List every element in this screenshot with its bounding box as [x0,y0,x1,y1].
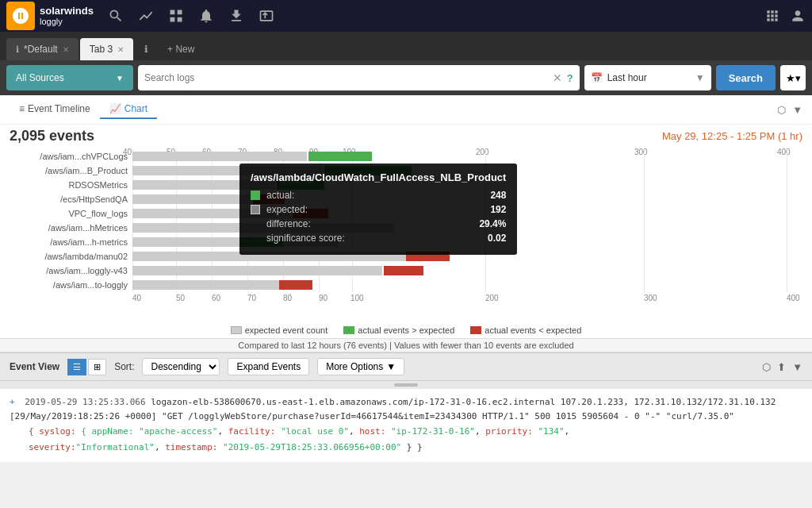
chart-tool-icon[interactable]: ⬡ [777,104,786,116]
legend-actual-under: actual events < expected [470,325,581,335]
legend-over-swatch [343,326,354,334]
row-label-6: /aws/iam...h-metrics [10,237,132,247]
row-label-8: /aws/iam...loggly-v43 [10,266,132,275]
nav-icons [108,8,758,24]
export-icon[interactable]: ⬆ [777,361,786,373]
more-options-btn[interactable]: More Options ▼ [317,358,404,375]
tooltip-actual-value: 248 [466,190,506,201]
scroll-handle[interactable] [394,383,418,387]
legend-actual-over: actual events > expected [343,325,454,335]
row-label-0: /aws/iam...chVPCLogs [10,152,132,161]
chart-row-8: /aws/iam...loggly-v43 [10,264,802,278]
tooltip-sig-swatch [251,233,260,243]
list-view-btn[interactable]: ☰ [67,359,86,375]
log-line-2: { syslog: { appName: "apache-access", fa… [10,425,802,439]
search-nav-icon[interactable] [108,8,124,24]
more-options-chevron: ▼ [386,361,396,372]
tooltip-expected-value: 192 [466,204,506,215]
grid-nav-icon[interactable] [168,8,184,24]
row-label-4: VPC_flow_logs [10,209,132,218]
event-timeline-label: Event Timeline [28,103,90,114]
time-range-chevron: ▼ [695,72,705,83]
tab-info-symbol: ℹ [144,44,148,55]
tooltip-actual-row: actual: 248 [251,190,506,201]
tooltip-sig-row: significance score: 0.02 [251,233,506,244]
search-input[interactable] [144,72,548,83]
log-area: + 2019-05-29 13:25:33.066 logazon-elb-53… [0,389,812,462]
chart-header: 2,095 events May 29, 12:25 - 1:25 PM (1 … [0,125,812,148]
tab-3-label: Tab 3 [90,44,113,55]
legend-expected-swatch [231,326,242,334]
tooltip-actual-label: actual: [266,190,460,201]
user-icon[interactable] [790,8,806,24]
product-name: loggly [40,17,94,27]
search-clear-icon[interactable]: ✕ [553,71,562,84]
event-view-label: Event View [10,361,59,372]
tab-3[interactable]: Tab 3 ✕ [80,38,133,60]
legend-expected: expected event count [231,325,328,335]
bell-nav-icon[interactable] [198,8,214,24]
row-label-9: /aws/iam...to-loggly [10,280,132,290]
chart-toolbar: ≡ Event Timeline 📈 Chart ⬡ ▼ [0,95,812,125]
main-content: ≡ Event Timeline 📈 Chart ⬡ ▼ 2,095 event… [0,95,812,462]
sources-chevron-icon: ▼ [116,74,124,83]
tooltip-sig-value: 0.02 [466,233,506,244]
tab-event-timeline[interactable]: ≡ Event Timeline [10,100,100,119]
tab-info-icon: ℹ [16,44,19,55]
tab-chart[interactable]: 📈 Chart [100,100,157,119]
calendar-icon: 📅 [591,72,603,83]
search-help-icon[interactable]: ? [567,72,573,84]
tooltip-actual-swatch [251,190,260,200]
tooltip-diff-value: 29.4% [466,218,506,229]
top-nav: solarwinds loggly [0,0,812,32]
sort-select[interactable]: Descending Ascending [142,358,220,375]
chart-expand-icon[interactable]: ▼ [792,104,802,116]
tab-default[interactable]: ℹ *Default ✕ [6,38,79,60]
new-tab-button[interactable]: + New [159,38,202,60]
upload-nav-icon[interactable] [228,8,244,24]
brand-name: solarwinds [40,5,94,17]
event-view-header: Event View ☰ ⊞ Sort: Descending Ascendin… [0,352,812,381]
tooltip-diff-label: difference: [266,218,460,229]
events-count: 2,095 events [10,128,94,144]
x-axis-bottom: 40 50 60 70 80 90 100 200 300 400 [10,294,802,305]
log-toggle[interactable]: + [10,397,15,407]
row-bars-8 [132,265,802,276]
footer-note-text: Compared to last 12 hours (76 events) | … [238,341,573,350]
share-icon[interactable]: ⬡ [762,361,771,373]
time-range-label: Last hour [607,72,647,83]
terminal-nav-icon[interactable] [259,8,274,24]
tab-3-close[interactable]: ✕ [117,45,124,54]
chart-tabs: ≡ Event Timeline 📈 Chart [10,100,157,119]
row-label-5: /aws/iam...hMetrices [10,223,132,233]
search-button[interactable]: Search [716,65,776,90]
chart-area: ≡ Event Timeline 📈 Chart ⬡ ▼ 2,095 event… [0,95,812,352]
row-label-3: /ecs/HttpSendQA [10,194,132,204]
logo-text: solarwinds loggly [40,5,94,28]
row-label-1: /aws/iam...B_Product [10,166,132,175]
chart-rows-container: /aws/iam...chVPCLogs /aws/iam...B_Produc… [10,149,802,292]
expand-events-btn[interactable]: Expand Events [228,358,309,375]
tabs-bar: ℹ *Default ✕ Tab 3 ✕ ℹ + New [0,32,812,60]
search-input-wrap: ✕ ? [138,65,580,90]
tooltip-expected-label: expected: [266,204,460,215]
legend-actual-over-label: actual events > expected [358,325,454,335]
apps-icon[interactable] [764,8,780,24]
chart-nav-icon[interactable] [138,8,154,24]
log-line-3: severity:"Informational", timestamp: "20… [10,441,802,455]
time-range-picker[interactable]: 📅 Last hour ▼ [584,65,711,90]
sources-button[interactable]: All Sources ▼ [6,65,133,90]
legend-actual-under-label: actual events < expected [485,325,581,335]
legend-expected-label: expected event count [245,325,328,335]
log-timestamp: 2019-05-29 13:25:33.066 [25,397,145,407]
favorites-button[interactable]: ★▾ [780,65,806,90]
more-options-label: More Options [326,361,383,372]
tab-info-btn[interactable]: ℹ [135,38,158,60]
tooltip-diff-row: difference: 29.4% [251,218,506,229]
settings-icon[interactable]: ▼ [792,361,802,373]
logo-area: solarwinds loggly [6,2,94,30]
ev-right-tools: ⬡ ⬆ ▼ [762,361,802,373]
tooltip-diff-swatch [251,219,260,229]
grid-view-btn[interactable]: ⊞ [88,359,106,375]
tab-default-close[interactable]: ✕ [63,45,69,54]
